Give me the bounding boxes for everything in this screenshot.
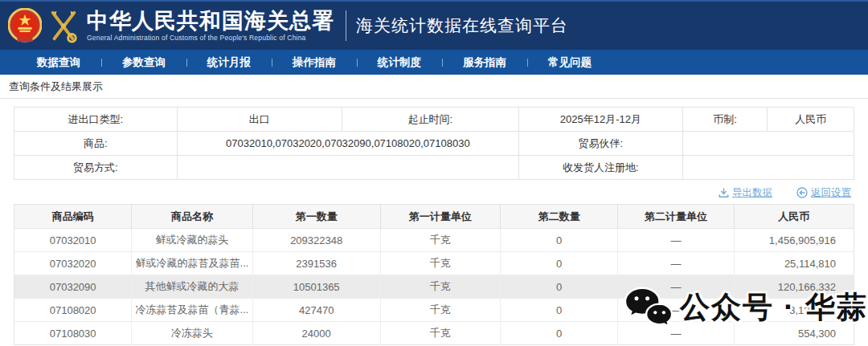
- col-header-unit2: 第二计量单位: [618, 205, 734, 229]
- nav-item-faq[interactable]: 常见问题: [527, 55, 612, 70]
- col-header-name: 商品名称: [132, 205, 252, 229]
- cell-name: 鲜或冷藏的蒜苔及蒜苗...: [132, 252, 252, 275]
- export-data-button[interactable]: 导出数据: [719, 186, 772, 200]
- partner-value: [682, 132, 854, 156]
- org-title: 中华人民共和国海关总署: [87, 10, 334, 32]
- cell-unit1: 千克: [380, 229, 500, 252]
- table-row[interactable]: 07108030 冷冻蒜头 24000 千克 0 — 554,300: [14, 322, 854, 345]
- cell-rmb: 1,456,905,916: [734, 229, 854, 252]
- query-row-3: 贸易方式: 收发货人注册地:: [14, 156, 854, 180]
- col-header-qty1: 第一数量: [252, 205, 380, 229]
- nav-item-service-guide[interactable]: 服务指南: [442, 55, 527, 70]
- commodity-value: 07032010,07032020,07032090,07108020,0710…: [177, 132, 518, 156]
- currency-value: 人民币: [768, 108, 854, 132]
- results-table: 商品编码 商品名称 第一数量 第一计量单位 第二数量 第二计量单位 人民币 07…: [14, 204, 854, 345]
- download-icon: [719, 188, 729, 198]
- cell-unit1: 千克: [380, 299, 500, 322]
- col-header-qty2: 第二数量: [501, 205, 618, 229]
- import-export-value: 出口: [177, 108, 342, 132]
- col-header-code: 商品编码: [14, 205, 132, 229]
- cell-qty1: 2391536: [252, 252, 380, 275]
- cell-qty2: 0: [501, 299, 618, 322]
- nav-item-data-query[interactable]: 数据查询: [16, 55, 101, 70]
- back-to-settings-button[interactable]: 返回设置: [796, 186, 851, 200]
- col-header-rmb: 人民币: [734, 205, 854, 229]
- nav-item-guide[interactable]: 操作指南: [272, 55, 357, 70]
- query-row-1: 进出口类型: 出口 起止时间: 2025年12月-12月 币制: 人民币: [14, 108, 854, 132]
- cell-unit1: 千克: [380, 322, 500, 345]
- cell-code: 07032090: [14, 275, 132, 299]
- cell-name: 冷冻蒜苔及蒜苗（青蒜...: [132, 299, 252, 322]
- cell-qty1: 24000: [252, 322, 380, 345]
- table-row[interactable]: 07108020 冷冻蒜苔及蒜苗（青蒜... 427470 千克 0 — 3,1…: [14, 299, 854, 322]
- content: 进出口类型: 出口 起止时间: 2025年12月-12月 币制: 人民币 商品:…: [0, 107, 868, 345]
- cell-unit2: —: [618, 252, 734, 275]
- cell-code: 07108020: [14, 299, 132, 322]
- cell-rmb: 554,300: [734, 322, 854, 345]
- title-divider: [346, 10, 346, 41]
- app-header: 中华人民共和国海关总署 General Administration of Cu…: [0, 0, 868, 50]
- cell-code: 07032010: [14, 229, 132, 252]
- cell-qty2: 0: [501, 322, 618, 345]
- query-conditions-table: 进出口类型: 出口 起止时间: 2025年12月-12月 币制: 人民币 商品:…: [14, 107, 854, 180]
- period-value: 2025年12月-12月: [519, 108, 683, 132]
- national-emblem-icon: [8, 8, 42, 43]
- org-title-block: 中华人民共和国海关总署 General Administration of Cu…: [87, 10, 334, 42]
- cell-qty2: 0: [501, 229, 618, 252]
- back-to-settings-label: 返回设置: [811, 186, 851, 200]
- import-export-label: 进出口类型:: [14, 108, 178, 132]
- trade-mode-label: 贸易方式:: [14, 156, 178, 180]
- period-label: 起止时间:: [342, 108, 518, 132]
- cell-code: 07108030: [14, 322, 132, 345]
- cell-qty1: 427470: [252, 299, 380, 322]
- partner-label: 贸易伙伴:: [519, 132, 683, 156]
- nav-item-stat-system[interactable]: 统计制度: [357, 55, 442, 70]
- registration-label: 收发货人注册地:: [519, 156, 683, 180]
- registration-value: [682, 156, 854, 180]
- breadcrumb: 查询条件及结果展示: [0, 75, 868, 99]
- cell-qty2: 0: [501, 252, 618, 275]
- query-row-2: 商品: 07032010,07032020,07032090,07108020,…: [14, 132, 854, 156]
- customs-logo-icon: [47, 8, 80, 43]
- cell-name: 其他鲜或冷藏的大蒜: [132, 275, 252, 299]
- page: 中华人民共和国海关总署 General Administration of Cu…: [0, 0, 868, 346]
- cell-unit2: —: [618, 275, 734, 299]
- nav-item-param-query[interactable]: 参数查询: [101, 55, 186, 70]
- main-nav: 数据查询 参数查询 统计月报 操作指南 统计制度 服务指南 常见问题: [0, 50, 868, 75]
- commodity-label: 商品:: [14, 132, 178, 156]
- platform-title: 海关统计数据在线查询平台: [356, 14, 568, 37]
- export-data-label: 导出数据: [732, 186, 772, 200]
- cell-rmb: 25,114,810: [734, 252, 854, 275]
- cell-unit2: —: [618, 229, 734, 252]
- cell-unit2: —: [618, 299, 734, 322]
- breadcrumb-label: 查询条件及结果展示: [9, 79, 103, 94]
- cell-name: 鲜或冷藏的蒜头: [132, 229, 252, 252]
- cell-unit1: 千克: [380, 275, 500, 299]
- results-header-row: 商品编码 商品名称 第一数量 第一计量单位 第二数量 第二计量单位 人民币: [14, 205, 854, 229]
- org-subtitle: General Administration of Customs of the…: [87, 34, 334, 42]
- cell-qty1: 10501365: [252, 275, 380, 299]
- cell-rmb: 3,1??,?44: [734, 299, 854, 322]
- cell-rmb: 120,166,332: [734, 275, 854, 299]
- trade-mode-value: [177, 156, 518, 180]
- table-row[interactable]: 07032020 鲜或冷藏的蒜苔及蒜苗... 2391536 千克 0 — 25…: [14, 252, 854, 275]
- currency-label: 币制:: [682, 108, 768, 132]
- cell-unit2: —: [618, 322, 734, 345]
- nav-item-monthly[interactable]: 统计月报: [186, 55, 272, 70]
- table-row[interactable]: 07032010 鲜或冷藏的蒜头 209322348 千克 0 — 1,456,…: [14, 229, 854, 252]
- back-arrow-icon: [796, 187, 808, 198]
- cell-code: 07032020: [14, 252, 132, 275]
- cell-qty2: 0: [501, 275, 618, 299]
- col-header-unit1: 第一计量单位: [380, 205, 500, 229]
- table-row[interactable]: 07032090 其他鲜或冷藏的大蒜 10501365 千克 0 — 120,1…: [14, 275, 854, 299]
- cell-unit1: 千克: [380, 252, 500, 275]
- cell-name: 冷冻蒜头: [132, 322, 252, 345]
- table-actions: 导出数据 返回设置: [14, 185, 851, 200]
- cell-qty1: 209322348: [252, 229, 380, 252]
